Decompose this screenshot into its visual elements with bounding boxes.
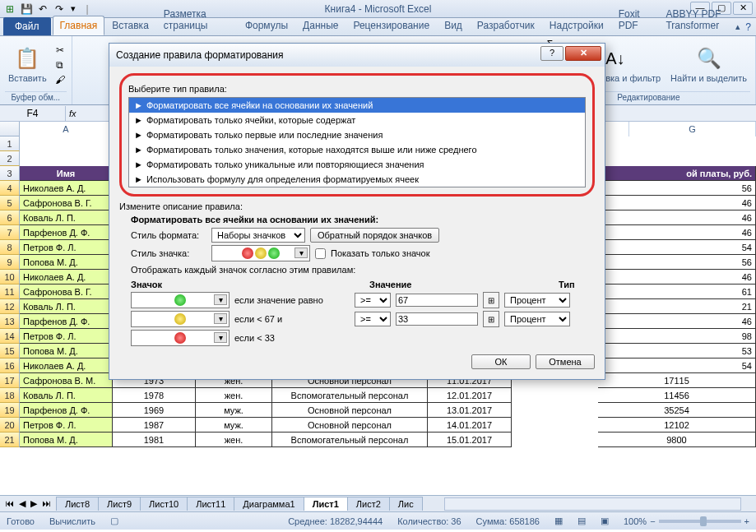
rule-type-list[interactable]: ► Форматировать все ячейки на основании … bbox=[128, 97, 586, 187]
format-all-header: Форматировать все ячейки на основании их… bbox=[131, 215, 595, 224]
zoom-in-icon[interactable]: + bbox=[744, 516, 749, 526]
find-select-button[interactable]: 🔍 Найти и выделить bbox=[667, 44, 750, 85]
operator-select-1[interactable]: >= bbox=[355, 293, 391, 308]
icon-style-select[interactable] bbox=[211, 245, 310, 261]
rule-item-3[interactable]: ► Форматировать только значения, которые… bbox=[129, 142, 585, 157]
tab-nav-prev[interactable]: ◀ bbox=[17, 498, 27, 509]
col-header-a[interactable]: A bbox=[20, 122, 113, 136]
reverse-order-button[interactable]: Обратный порядок значков bbox=[310, 228, 439, 243]
rule-item-4[interactable]: ► Форматировать только уникальные или по… bbox=[129, 157, 585, 172]
dialog-help-button[interactable]: ? bbox=[540, 46, 564, 61]
app-title: Книга4 - Microsoft Excel bbox=[325, 3, 432, 15]
rule-item-5[interactable]: ► Использовать формулу для определения ф… bbox=[129, 172, 585, 187]
macro-record-icon[interactable]: ▢ bbox=[110, 516, 118, 526]
name-box[interactable]: F4 bbox=[0, 106, 66, 121]
tab-developer[interactable]: Разработчик bbox=[470, 16, 542, 35]
show-icon-only-checkbox[interactable] bbox=[315, 248, 326, 259]
format-style-select[interactable]: Наборы значков bbox=[211, 228, 305, 243]
cut-icon[interactable]: ✂ bbox=[53, 44, 67, 57]
tab-nav-first[interactable]: ⏮ bbox=[3, 498, 16, 509]
show-icon-only-label: Показать только значок bbox=[331, 248, 430, 258]
tab-addins[interactable]: Надстройки bbox=[542, 16, 611, 35]
condition-1-label: если значение равно bbox=[234, 295, 350, 305]
copy-icon[interactable]: ⧉ bbox=[53, 58, 67, 72]
range-ref-button-1[interactable]: ⊞ bbox=[483, 292, 499, 308]
sheet-tab[interactable]: Лист11 bbox=[187, 497, 234, 511]
range-ref-button-2[interactable]: ⊞ bbox=[483, 311, 499, 327]
sheet-tab[interactable]: Лист1 bbox=[304, 497, 348, 511]
format-style-label: Стиль формата: bbox=[131, 230, 206, 240]
col-header-icon: Значок bbox=[131, 280, 262, 289]
dialog-title-bar[interactable]: Создание правила форматирования ? ✕ bbox=[109, 44, 605, 67]
sheet-tab[interactable]: Лист2 bbox=[347, 497, 390, 511]
table-row[interactable]: 19 Парфенов Д. Ф. 1969 муж. Основной пер… bbox=[0, 403, 756, 418]
sheet-tab[interactable]: Лист10 bbox=[140, 497, 188, 511]
status-sum: Сумма: 658186 bbox=[476, 516, 540, 526]
sheet-tab[interactable]: Лис bbox=[389, 497, 423, 511]
tab-nav-next[interactable]: ▶ bbox=[29, 498, 39, 509]
choose-rule-label: Выберите тип правила: bbox=[128, 84, 586, 94]
file-tab[interactable]: Файл bbox=[3, 17, 51, 35]
tab-foxit[interactable]: Foxit PDF bbox=[611, 4, 659, 35]
rule-item-0[interactable]: ► Форматировать все ячейки на основании … bbox=[129, 98, 585, 113]
zoom-slider[interactable] bbox=[659, 520, 741, 523]
status-average: Среднее: 18282,94444 bbox=[288, 516, 383, 526]
tab-insert[interactable]: Вставка bbox=[104, 16, 156, 35]
col-header-type: Тип bbox=[559, 280, 575, 289]
zoom-out-icon[interactable]: − bbox=[650, 516, 655, 526]
sheet-tab[interactable]: Лист9 bbox=[98, 497, 141, 511]
ok-button[interactable]: ОК bbox=[471, 354, 531, 369]
view-normal-icon[interactable]: ▦ bbox=[554, 516, 563, 526]
view-pagebreak-icon[interactable]: ▣ bbox=[601, 516, 609, 526]
view-layout-icon[interactable]: ▤ bbox=[577, 516, 586, 526]
excel-icon[interactable]: ⊞ bbox=[3, 2, 16, 16]
save-icon[interactable]: 💾 bbox=[20, 2, 33, 16]
format-painter-icon[interactable]: 🖌 bbox=[53, 73, 67, 86]
group-clipboard: 📋 Вставить ✂ ⧉ 🖌 Буфер обм... bbox=[0, 36, 72, 104]
redo-icon[interactable]: ↷ bbox=[53, 2, 66, 16]
condition-2-label: если < 67 и bbox=[234, 314, 350, 324]
sheet-tab[interactable]: Лист8 bbox=[56, 497, 99, 511]
icon-style-label: Стиль значка: bbox=[131, 248, 206, 258]
type-select-1[interactable]: Процент bbox=[504, 293, 570, 308]
rule-type-section: Выберите тип правила: ► Форматировать вс… bbox=[119, 73, 595, 197]
type-select-2[interactable]: Процент bbox=[504, 312, 570, 326]
tab-nav-last[interactable]: ⏭ bbox=[40, 498, 53, 509]
rule-item-2[interactable]: ► Форматировать только первые или послед… bbox=[129, 127, 585, 142]
edit-description-label: Измените описание правила: bbox=[119, 201, 595, 211]
paste-button[interactable]: 📋 Вставить bbox=[5, 44, 50, 85]
dialog-title: Создание правила форматирования bbox=[116, 49, 284, 61]
sort-filter-icon: A↓ bbox=[602, 45, 628, 72]
operator-select-2[interactable]: >= bbox=[355, 312, 391, 326]
ribbon-minimize-icon[interactable]: ▴ bbox=[735, 21, 740, 33]
cancel-button[interactable]: Отмена bbox=[536, 354, 595, 369]
value-input-2[interactable] bbox=[396, 312, 478, 326]
col-header-value: Значение bbox=[369, 280, 559, 289]
table-header-salary: ой платы, руб. bbox=[598, 166, 756, 181]
tab-formulas[interactable]: Формулы bbox=[238, 16, 295, 35]
icon-select-1[interactable] bbox=[131, 292, 230, 308]
tab-data[interactable]: Данные bbox=[295, 16, 346, 35]
rule-item-1[interactable]: ► Форматировать только ячейки, которые с… bbox=[129, 113, 585, 127]
paste-icon: 📋 bbox=[14, 45, 40, 72]
table-row[interactable]: 20 Петров Ф. Л. 1987 муж. Основной персо… bbox=[0, 418, 756, 433]
undo-icon[interactable]: ↶ bbox=[36, 2, 49, 16]
tab-review[interactable]: Рецензирование bbox=[346, 16, 437, 35]
col-header-g[interactable]: G bbox=[629, 122, 756, 136]
dialog-close-button[interactable]: ✕ bbox=[565, 46, 601, 61]
status-calculate[interactable]: Вычислить bbox=[49, 516, 95, 526]
help-icon[interactable]: ? bbox=[745, 21, 751, 33]
tab-layout[interactable]: Разметка страницы bbox=[156, 4, 238, 35]
tab-home[interactable]: Главная bbox=[53, 16, 105, 35]
icon-select-2[interactable] bbox=[131, 311, 230, 327]
zoom-level[interactable]: 100% bbox=[624, 516, 647, 526]
display-rules-label: Отображать каждый значок согласно этим п… bbox=[131, 265, 595, 275]
table-row[interactable]: 18 Коваль Л. П. 1978 жен. Вспомогательны… bbox=[0, 388, 756, 403]
table-row[interactable]: 21 Попова М. Д. 1981 жен. Вспомогательны… bbox=[0, 433, 756, 447]
fx-icon[interactable]: fx bbox=[66, 109, 80, 118]
sheet-tab[interactable]: Диаграмма1 bbox=[234, 497, 304, 511]
tab-view[interactable]: Вид bbox=[437, 16, 470, 35]
value-input-1[interactable] bbox=[396, 294, 478, 307]
horizontal-scrollbar[interactable] bbox=[444, 497, 741, 511]
icon-select-3[interactable] bbox=[131, 330, 230, 346]
